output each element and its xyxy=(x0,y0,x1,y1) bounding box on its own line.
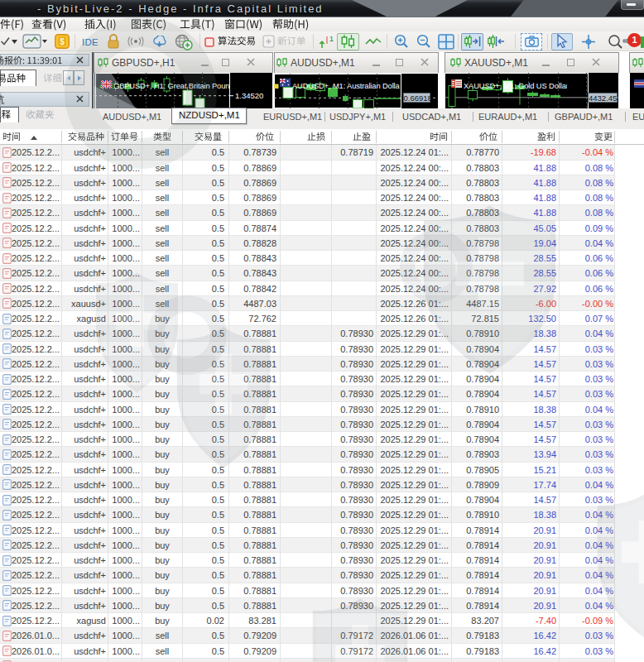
svg-text:1.34520: 1.34520 xyxy=(235,91,263,100)
svg-text:1: 1 xyxy=(329,35,334,43)
svg-text:$: $ xyxy=(60,37,65,46)
